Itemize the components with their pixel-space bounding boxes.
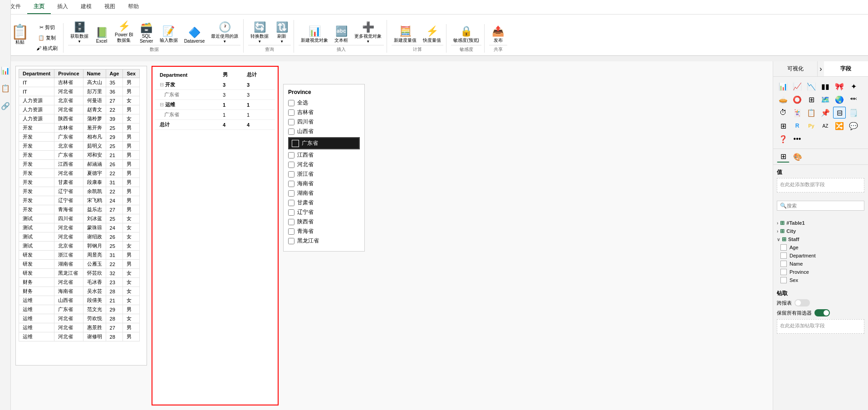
- tree-city[interactable]: › ⊞ City: [777, 227, 864, 235]
- viz-more[interactable]: •••: [791, 133, 804, 145]
- viz-stacked-bar[interactable]: 📊: [777, 80, 790, 92]
- sql-button[interactable]: 🗃️ SQLServer: [137, 20, 156, 45]
- filter-checkbox[interactable]: [288, 200, 294, 206]
- filter-item[interactable]: 全选: [288, 99, 360, 107]
- viz-filled-map[interactable]: 🌏: [833, 94, 846, 105]
- filter-checkbox[interactable]: [288, 128, 294, 135]
- filter-checkbox[interactable]: [288, 152, 294, 158]
- field-item[interactable]: Department: [777, 252, 864, 260]
- tab-visualize[interactable]: 可视化: [773, 61, 818, 76]
- filter-checkbox[interactable]: [288, 162, 294, 168]
- viz-az[interactable]: AZ: [819, 120, 832, 132]
- viz-gauge[interactable]: ⏱: [777, 107, 790, 119]
- input-data-button[interactable]: 📝 输入数据: [157, 24, 180, 45]
- search-input[interactable]: [787, 203, 861, 208]
- viz-pie[interactable]: 🥧: [777, 94, 790, 105]
- field-item[interactable]: Sex: [777, 276, 864, 284]
- viz-donut[interactable]: ⭕: [791, 94, 804, 105]
- viz-py[interactable]: Py: [805, 120, 818, 132]
- viz-scatter[interactable]: ✦: [847, 80, 860, 92]
- viz-treemap[interactable]: ⊞: [805, 94, 818, 105]
- quick-measure-button[interactable]: ⚡ 快度量值: [421, 24, 443, 45]
- field-item[interactable]: Province: [777, 268, 864, 276]
- filter-checkbox[interactable]: [288, 219, 294, 225]
- filter-item[interactable]: 河北省: [288, 161, 360, 168]
- tab-view[interactable]: 视图: [98, 0, 122, 14]
- viz-narrate[interactable]: 💬: [847, 120, 860, 132]
- viz-ribbon[interactable]: 🎀: [833, 80, 846, 92]
- field-checkbox[interactable]: [780, 252, 787, 259]
- copy-button[interactable]: 📋 复制: [34, 34, 59, 42]
- filter-item[interactable]: 海南省: [288, 180, 360, 188]
- field-checkbox[interactable]: [780, 277, 787, 283]
- left-icon-report[interactable]: 📊: [0, 64, 11, 78]
- filter-checkbox[interactable]: [288, 109, 294, 116]
- tab-insert[interactable]: 插入: [51, 0, 74, 14]
- viz-multirow-card[interactable]: 📋: [805, 107, 818, 119]
- filter-item[interactable]: 四川省: [288, 118, 360, 126]
- tree-staff[interactable]: ∨ ⊞ Staff: [777, 235, 864, 243]
- expand-dev[interactable]: ⊟: [160, 82, 164, 87]
- viz-r[interactable]: R: [791, 120, 804, 132]
- viz-line[interactable]: 📈: [791, 80, 804, 92]
- viz-area[interactable]: 📉: [805, 80, 818, 92]
- filter-item[interactable]: 甘肃省: [288, 199, 360, 207]
- format-icon-1[interactable]: ⊞: [777, 151, 790, 163]
- filter-checkbox[interactable]: [288, 238, 294, 244]
- field-checkbox[interactable]: [780, 261, 787, 267]
- format-button[interactable]: 🖌 格式刷: [34, 44, 59, 53]
- keep-filters-toggle[interactable]: [814, 309, 830, 316]
- viz-qna[interactable]: ❓: [777, 133, 790, 145]
- field-item[interactable]: Age: [777, 243, 864, 252]
- filter-item[interactable]: 陕西省: [288, 218, 360, 226]
- excel-button[interactable]: 📗 Excel: [93, 25, 111, 45]
- viz-funnel[interactable]: ⬽: [847, 94, 860, 105]
- drillthrough-drop-zone[interactable]: 在此处添加钻取字段: [777, 319, 864, 334]
- viz-table[interactable]: 🗒️: [847, 107, 860, 119]
- cut-button[interactable]: ✂ 剪切: [34, 23, 59, 32]
- filter-item[interactable]: 山西省: [288, 128, 360, 135]
- filter-checkbox[interactable]: [288, 190, 294, 197]
- field-checkbox[interactable]: [780, 269, 787, 275]
- transform-button[interactable]: 🔄 转换数据 ▼: [248, 20, 271, 45]
- field-item[interactable]: Name: [777, 260, 864, 268]
- tree-table1[interactable]: › ⊞ #Table1: [777, 219, 864, 227]
- sensitivity-button[interactable]: 🔒 敏感度(预览): [451, 24, 481, 45]
- filter-item[interactable]: 江西省: [288, 151, 360, 159]
- get-data-button[interactable]: 🗄️ 获取数据 ▼: [68, 20, 91, 45]
- values-drop-zone[interactable]: 在此处添加数据字段: [777, 178, 864, 193]
- tab-fields[interactable]: 字段: [824, 61, 868, 76]
- filter-checkbox[interactable]: [288, 228, 294, 235]
- filter-item[interactable]: 黑龙江省: [288, 237, 360, 245]
- new-visual-button[interactable]: 📊 新建视觉对象: [299, 24, 330, 45]
- viz-map[interactable]: 🗺️: [819, 94, 832, 105]
- dataverse-button[interactable]: 🔷 Dataverse: [182, 25, 207, 45]
- filter-item[interactable]: 辽宁省: [288, 208, 360, 216]
- filter-checkbox[interactable]: [288, 181, 294, 187]
- filter-item[interactable]: 广东省: [288, 137, 360, 149]
- recent-source-button[interactable]: 🕐 最近使用的源 ▼: [209, 20, 240, 45]
- expand-ops[interactable]: ⊟: [160, 102, 164, 107]
- paste-button[interactable]: 📋 粘贴: [7, 23, 33, 53]
- filter-checkbox[interactable]: [288, 171, 294, 178]
- textbox-button[interactable]: 🔤 文本框: [332, 24, 350, 45]
- more-visual-button[interactable]: ➕ 更多视觉对象 ▼: [352, 20, 384, 45]
- filter-checkbox[interactable]: [288, 119, 294, 125]
- new-measure-button[interactable]: 🧮 新建度量值: [392, 24, 419, 45]
- filter-item[interactable]: 湖南省: [288, 189, 360, 197]
- tab-home[interactable]: 主页: [27, 0, 51, 14]
- filter-checkbox[interactable]: [288, 209, 294, 216]
- viz-slicer[interactable]: ⊟: [833, 107, 846, 119]
- viz-kpi[interactable]: 📌: [819, 107, 832, 119]
- viz-decomp[interactable]: 🔀: [833, 120, 846, 132]
- tab-model[interactable]: 建模: [74, 0, 98, 14]
- field-checkbox[interactable]: [780, 244, 787, 251]
- refresh-button[interactable]: 🔃 刷新 ▼: [273, 20, 291, 45]
- filter-item[interactable]: 吉林省: [288, 109, 360, 116]
- format-icon-2[interactable]: 🎨: [791, 151, 804, 163]
- filter-checkbox[interactable]: [288, 100, 294, 106]
- cross-report-toggle[interactable]: [794, 299, 810, 306]
- viz-bar[interactable]: ▮▮: [819, 80, 832, 92]
- filter-item[interactable]: 青海省: [288, 227, 360, 235]
- viz-matrix[interactable]: ⊞: [777, 120, 790, 132]
